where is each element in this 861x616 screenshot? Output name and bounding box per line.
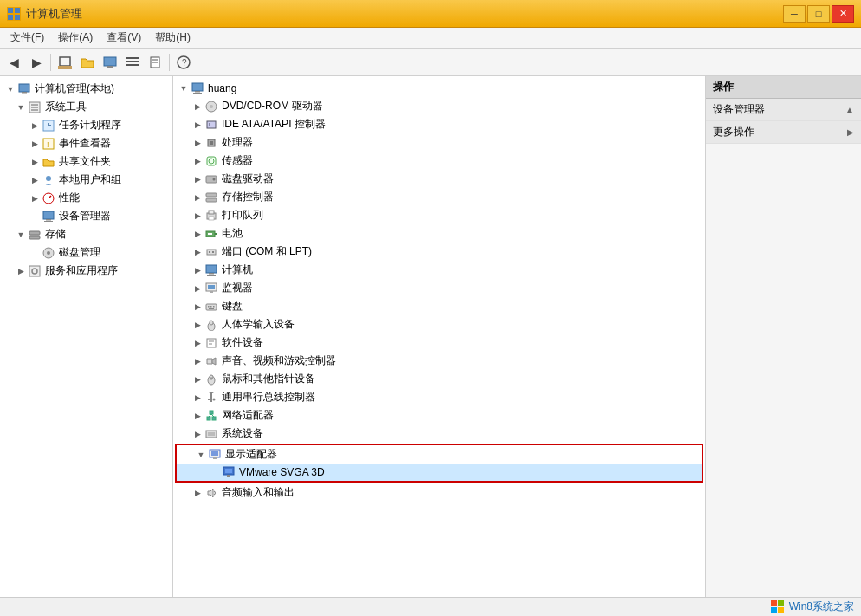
forward-button[interactable]: ▶ — [26, 52, 47, 73]
expand-icon: ▶ — [28, 155, 42, 169]
svg-rect-90 — [207, 417, 210, 420]
tree-item-soft-device[interactable]: ▶ 软件设备 — [173, 334, 705, 352]
computer-button[interactable] — [100, 52, 120, 73]
svg-rect-55 — [206, 198, 217, 202]
svg-text:!: ! — [47, 140, 49, 149]
tree-item-storage-ctrl[interactable]: ▶ 存储控制器 — [173, 188, 705, 206]
tree-item-sensor[interactable]: ▶ 传感器 — [173, 152, 705, 170]
network-icon — [204, 409, 218, 423]
tree-item-huang-root[interactable]: ▼ huang — [173, 80, 705, 97]
tree-item-performance[interactable]: ▶ 性能 — [0, 189, 172, 207]
tree-item-audio-io[interactable]: ▶ 音频输入和输出 — [173, 483, 705, 502]
tree-item-device-manager[interactable]: ▶ 设备管理器 — [0, 207, 172, 225]
tree-item-shared-folders[interactable]: ▶ 共享文件夹 — [0, 152, 172, 171]
minimize-button[interactable]: ─ — [783, 5, 806, 23]
tree-item-disk-drive[interactable]: ▶ 磁盘驱动器 — [173, 170, 705, 188]
huang-icon — [191, 81, 204, 95]
menu-action[interactable]: 操作(A) — [51, 29, 100, 47]
close-button[interactable]: ✕ — [832, 5, 854, 23]
tree-item-system-device[interactable]: ▶ 系统设备 — [173, 425, 705, 443]
event-viewer-icon: ! — [42, 137, 55, 151]
soft-device-icon — [204, 336, 218, 350]
expand-icon: ▶ — [191, 354, 204, 368]
menu-help[interactable]: 帮助(H) — [148, 29, 197, 47]
ide-icon — [204, 118, 218, 132]
expand-icon: ▶ — [28, 119, 42, 133]
expand-icon: ▶ — [191, 227, 204, 241]
audio-io-label: 音频输入和输出 — [222, 485, 295, 500]
middle-panel: ▼ huang ▶ DVD/CD-ROM 驱动器 ▶ IDE ATA/ATAPI… — [173, 76, 705, 597]
expand-icon: ▶ — [191, 191, 204, 204]
tree-item-monitor[interactable]: ▶ 监视器 — [173, 279, 705, 297]
svg-rect-74 — [213, 306, 215, 308]
tree-item-event-viewer[interactable]: ▶ ! 事件查看器 — [0, 134, 172, 152]
tree-item-audio-video[interactable]: ▶ 声音、视频和游戏控制器 — [173, 352, 705, 370]
tree-item-system-tools[interactable]: ▼ 系统工具 — [0, 98, 172, 116]
tree-item-local-users[interactable]: ▶ 本地用户和组 — [0, 171, 172, 189]
services-label: 服务和应用程序 — [45, 263, 118, 278]
svg-rect-49 — [210, 141, 213, 145]
tree-item-storage[interactable]: ▼ 存储 — [0, 225, 172, 243]
display-adapter-container: ▼ 显示适配器 ▶ VMware SVGA 3D — [175, 444, 703, 483]
list-button[interactable] — [122, 52, 143, 73]
tree-item-mouse[interactable]: ▶ 鼠标和其他指针设备 — [173, 370, 705, 388]
tree-item-vmware[interactable]: ▶ VMware SVGA 3D — [177, 464, 702, 481]
soft-device-label: 软件设备 — [222, 335, 263, 350]
tree-item-processor[interactable]: ▶ 处理器 — [173, 133, 705, 152]
svg-rect-41 — [192, 83, 203, 91]
expand-icon: ▶ — [191, 100, 204, 113]
svg-rect-67 — [207, 275, 216, 276]
folder-button[interactable] — [77, 52, 98, 73]
tree-item-task-scheduler[interactable]: ▶ 任务计划程序 — [0, 116, 172, 134]
tree-item-computer-mgmt[interactable]: ▼ 计算机管理(本地) — [0, 80, 172, 98]
tree-item-battery[interactable]: ▶ 电池 — [173, 224, 705, 243]
svg-rect-58 — [209, 217, 214, 220]
tree-item-usb[interactable]: ▶ 通用串行总线控制器 — [173, 388, 705, 406]
back-button[interactable]: ◀ — [3, 52, 24, 73]
tree-item-display-adapter[interactable]: ▼ 显示适配器 — [177, 445, 702, 464]
right-panel-more-actions[interactable]: 更多操作 ▶ — [706, 121, 861, 144]
svg-rect-42 — [195, 91, 200, 93]
svg-marker-82 — [212, 358, 216, 365]
svg-point-64 — [212, 251, 214, 253]
tree-item-human-input[interactable]: ▶ 人体学输入设备 — [173, 315, 705, 334]
right-panel-device-manager[interactable]: 设备管理器 ▲ — [706, 99, 861, 121]
device-manager-label: 设备管理器 — [59, 209, 111, 224]
tree-item-dvd[interactable]: ▶ DVD/CD-ROM 驱动器 — [173, 97, 705, 115]
system-tools-icon — [28, 101, 42, 114]
tree-item-network[interactable]: ▶ 网络适配器 — [173, 406, 705, 425]
expand-icon: ▶ — [14, 264, 28, 278]
help-button[interactable]: ? — [173, 52, 194, 73]
title-bar: 计算机管理 ─ □ ✕ — [0, 0, 861, 28]
properties-button[interactable] — [145, 52, 165, 73]
tree-item-print[interactable]: ▶ 打印队列 — [173, 206, 705, 224]
tree-item-services[interactable]: ▶ 服务和应用程序 — [0, 262, 172, 280]
processor-icon — [204, 136, 218, 150]
usb-label: 通用串行总线控制器 — [222, 390, 315, 405]
human-input-icon — [204, 318, 218, 332]
tree-item-computer[interactable]: ▶ 计算机 — [173, 261, 705, 279]
up-button[interactable] — [55, 52, 75, 73]
svg-rect-92 — [210, 411, 213, 414]
menu-file[interactable]: 文件(F) — [3, 29, 51, 47]
svg-rect-60 — [215, 233, 217, 235]
system-tools-label: 系统工具 — [45, 100, 87, 114]
menu-view[interactable]: 查看(V) — [100, 29, 148, 47]
svg-marker-87 — [209, 392, 214, 393]
performance-label: 性能 — [59, 191, 80, 205]
device-manager-icon — [42, 210, 55, 224]
storage-ctrl-icon — [204, 191, 218, 204]
tree-item-keyboard[interactable]: ▶ 键盘 — [173, 297, 705, 315]
tree-item-disk-mgmt[interactable]: ▶ 磁盘管理 — [0, 243, 172, 262]
tree-item-ide[interactable]: ▶ IDE ATA/ATAPI 控制器 — [173, 115, 705, 133]
keyboard-label: 键盘 — [222, 299, 243, 314]
svg-rect-10 — [126, 61, 139, 62]
com-label: 端口 (COM 和 LPT) — [222, 244, 312, 259]
svg-rect-75 — [209, 308, 214, 309]
tree-item-com[interactable]: ▶ 端口 (COM 和 LPT) — [173, 243, 705, 261]
expand-icon: ▼ — [14, 228, 28, 242]
expand-icon: ▶ — [191, 263, 204, 277]
maximize-button[interactable]: □ — [807, 5, 830, 23]
svg-rect-36 — [29, 236, 40, 239]
expand-icon: ▶ — [191, 118, 204, 132]
